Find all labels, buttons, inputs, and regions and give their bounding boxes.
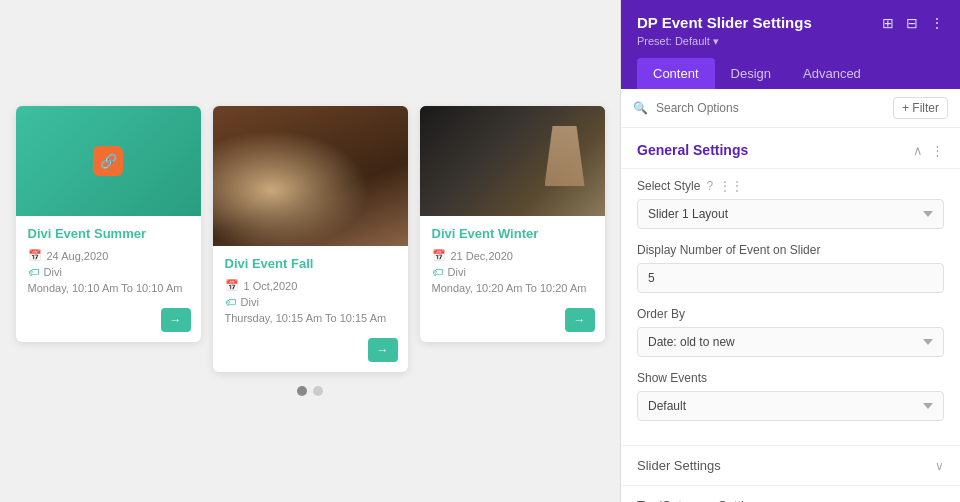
calendar-icon-winter: 📅 <box>432 249 446 262</box>
card-arrow-summer[interactable]: → <box>16 302 201 342</box>
event-card-winter: Divi Event Winter 📅 21 Dec,2020 🏷 Divi M… <box>420 106 605 342</box>
card-date-fall: 📅 1 Oct,2020 <box>225 279 396 292</box>
dot-1[interactable] <box>297 386 307 396</box>
calendar-icon: 📅 <box>28 249 42 262</box>
card-arrow-winter[interactable]: → <box>420 302 605 342</box>
link-icon: 🔗 <box>100 153 117 169</box>
event-card-summer: 🔗 Divi Event Summer 📅 24 Aug,2020 🏷 Divi… <box>16 106 201 342</box>
expand-icon[interactable]: ⊞ <box>882 15 894 31</box>
field-label-show-events: Show Events <box>637 371 944 385</box>
select-style-dropdown[interactable]: Slider 1 Layout Slider 2 Layout Slider 3… <box>637 199 944 229</box>
card-arrow-fall[interactable]: → <box>213 332 408 372</box>
card-category-winter: 🏷 Divi <box>432 266 593 278</box>
card-date-summer: 📅 24 Aug,2020 <box>28 249 189 262</box>
field-label-number: Display Number of Event on Slider <box>637 243 944 257</box>
card-body-winter: Divi Event Winter 📅 21 Dec,2020 🏷 Divi M… <box>420 216 605 302</box>
arrow-button-fall[interactable]: → <box>368 338 398 362</box>
card-category-summer: 🏷 Divi <box>28 266 189 278</box>
card-body-fall: Divi Event Fall 📅 1 Oct,2020 🏷 Divi Thur… <box>213 246 408 332</box>
field-label-order: Order By <box>637 307 944 321</box>
panel-header-icons: ⊞ ⊟ ⋮ <box>882 15 944 31</box>
search-icon: 🔍 <box>633 101 648 115</box>
arrow-button-summer[interactable]: → <box>161 308 191 332</box>
slider-settings-title: Slider Settings <box>637 458 721 473</box>
columns-icon[interactable]: ⊟ <box>906 15 918 31</box>
general-settings-header: General Settings ∧ ⋮ <box>621 128 960 169</box>
cards-row: 🔗 Divi Event Summer 📅 24 Aug,2020 🏷 Divi… <box>16 106 605 372</box>
dark-image <box>420 106 605 216</box>
category-icon-winter: 🏷 <box>432 266 443 278</box>
panel-preset[interactable]: Preset: Default ▾ <box>637 35 944 48</box>
chevron-down-icon-slider: ∨ <box>935 459 944 473</box>
card-date-winter: 📅 21 Dec,2020 <box>432 249 593 262</box>
card-time-fall: Thursday, 10:15 Am To 10:15 Am <box>225 312 396 324</box>
field-display-number: Display Number of Event on Slider <box>637 243 944 293</box>
card-time-summer: Monday, 10:10 Am To 10:10 Am <box>28 282 189 294</box>
card-time-winter: Monday, 10:20 Am To 10:20 Am <box>432 282 593 294</box>
settings-content: Select Style ? ⋮⋮ Slider 1 Layout Slider… <box>621 169 960 445</box>
collapse-icon[interactable]: ∧ <box>913 143 923 158</box>
panel-body: 🔍 + Filter General Settings ∧ ⋮ Select S… <box>621 89 960 502</box>
link-icon-badge: 🔗 <box>93 146 123 176</box>
card-title-summer: Divi Event Summer <box>28 226 189 241</box>
card-image-winter <box>420 106 605 216</box>
calendar-icon-fall: 📅 <box>225 279 239 292</box>
card-title-winter: Divi Event Winter <box>432 226 593 241</box>
help-icon-style[interactable]: ? <box>706 179 713 193</box>
show-events-dropdown[interactable]: Default Featured All <box>637 391 944 421</box>
category-icon-fall: 🏷 <box>225 296 236 308</box>
panel-title-row: DP Event Slider Settings ⊞ ⊟ ⋮ <box>637 14 944 31</box>
card-image-fall <box>213 106 408 246</box>
card-image-summer: 🔗 <box>16 106 201 216</box>
field-select-style: Select Style ? ⋮⋮ Slider 1 Layout Slider… <box>637 179 944 229</box>
tag-category-section[interactable]: Tag/Category Settings ∨ <box>621 485 960 502</box>
section-header-icons: ∧ ⋮ <box>913 143 944 158</box>
order-by-dropdown[interactable]: Date: old to new Date: new to old Title … <box>637 327 944 357</box>
more-options-icon[interactable]: ⋮ <box>931 143 944 158</box>
tab-design[interactable]: Design <box>715 58 787 89</box>
more-icon[interactable]: ⋮ <box>930 15 944 31</box>
arrow-button-winter[interactable]: → <box>565 308 595 332</box>
search-bar: 🔍 + Filter <box>621 89 960 128</box>
search-input[interactable] <box>656 101 885 115</box>
slider-settings-section[interactable]: Slider Settings ∨ <box>621 445 960 485</box>
panel-title: DP Event Slider Settings <box>637 14 812 31</box>
settings-panel: DP Event Slider Settings ⊞ ⊟ ⋮ Preset: D… <box>620 0 960 502</box>
dot-2[interactable] <box>313 386 323 396</box>
card-category-fall: 🏷 Divi <box>225 296 396 308</box>
event-card-fall: Divi Event Fall 📅 1 Oct,2020 🏷 Divi Thur… <box>213 106 408 372</box>
field-show-events: Show Events Default Featured All <box>637 371 944 421</box>
dots-indicator <box>297 386 323 396</box>
brown-image <box>213 106 408 246</box>
field-order-by: Order By Date: old to new Date: new to o… <box>637 307 944 357</box>
tab-content[interactable]: Content <box>637 58 715 89</box>
category-icon: 🏷 <box>28 266 39 278</box>
drag-icon-style: ⋮⋮ <box>719 179 743 193</box>
field-label-style: Select Style ? ⋮⋮ <box>637 179 944 193</box>
filter-button[interactable]: + Filter <box>893 97 948 119</box>
display-number-input[interactable] <box>637 263 944 293</box>
card-title-fall: Divi Event Fall <box>225 256 396 271</box>
preview-area: 🔗 Divi Event Summer 📅 24 Aug,2020 🏷 Divi… <box>0 0 620 502</box>
panel-header: DP Event Slider Settings ⊞ ⊟ ⋮ Preset: D… <box>621 0 960 89</box>
card-body-summer: Divi Event Summer 📅 24 Aug,2020 🏷 Divi M… <box>16 216 201 302</box>
chevron-down-icon-tag: ∨ <box>935 499 944 503</box>
tab-advanced[interactable]: Advanced <box>787 58 877 89</box>
general-settings-title: General Settings <box>637 142 748 158</box>
tag-category-title: Tag/Category Settings <box>637 498 765 502</box>
panel-tabs: Content Design Advanced <box>637 58 944 89</box>
